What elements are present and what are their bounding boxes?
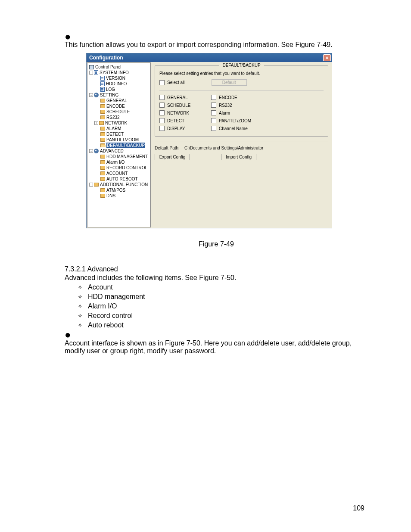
- check-alarm[interactable]: Alarm: [211, 110, 280, 115]
- sheet-icon: [100, 81, 105, 86]
- tree-alarm-io[interactable]: Alarm I/O: [88, 159, 149, 165]
- collapse-icon[interactable]: -: [89, 71, 93, 75]
- folder-icon: [100, 115, 105, 119]
- collapse-icon[interactable]: -: [89, 183, 93, 187]
- checkbox-icon: [211, 110, 216, 115]
- checkbox-icon: [211, 103, 216, 108]
- instruction-text: Please select setting entries that you w…: [159, 71, 324, 76]
- tree-system-info[interactable]: - SYSTEM INFO: [88, 70, 149, 75]
- tree-detect[interactable]: DETECT: [88, 131, 149, 137]
- folder-icon: [100, 110, 105, 114]
- tree-network[interactable]: +NETWORK: [88, 120, 149, 126]
- config-tree[interactable]: Control Panel - SYSTEM INFO VERSION HDD …: [87, 62, 151, 227]
- divider: [155, 141, 328, 141]
- folder-icon: [94, 183, 99, 187]
- tree-log[interactable]: LOG: [88, 87, 149, 92]
- checkbox-icon: [159, 110, 165, 115]
- tree-hdd-mgmt[interactable]: HDD MANAGEMENT: [88, 154, 149, 159]
- close-icon[interactable]: ×: [323, 54, 331, 61]
- folder-icon: [100, 138, 105, 142]
- folder-icon: [100, 132, 105, 136]
- bullet-dot: ●: [65, 333, 368, 337]
- list-item: HDD management: [78, 292, 368, 302]
- tree-schedule[interactable]: SCHEDULE: [88, 109, 149, 115]
- checkbox-icon: [159, 118, 165, 123]
- tree-advanced[interactable]: - ADVANCED: [88, 148, 149, 154]
- collapse-icon[interactable]: -: [89, 149, 93, 153]
- check-detect[interactable]: DETECT: [159, 118, 211, 123]
- checkbox-icon: [159, 103, 165, 108]
- check-network[interactable]: NETWORK: [159, 110, 211, 115]
- group-legend: DEFAULT/BACKUP: [219, 63, 264, 68]
- folder-icon: [100, 177, 105, 181]
- gear-icon: [94, 93, 99, 97]
- tree-setting[interactable]: - SETTING: [88, 92, 149, 98]
- checkbox-icon: [211, 126, 216, 131]
- default-path-row: Default Path: C:\Documents and Settings\…: [155, 146, 328, 150]
- gear-icon: [94, 149, 99, 153]
- tree-record-control[interactable]: RECORD CONTROL: [88, 165, 149, 171]
- figure-caption: Figure 7-49: [65, 240, 368, 248]
- default-button[interactable]: Default: [212, 79, 247, 86]
- collapse-icon[interactable]: -: [89, 93, 93, 97]
- import-config-button[interactable]: Import Config: [221, 154, 256, 160]
- select-all-label: Select all: [167, 80, 185, 85]
- tree-dns[interactable]: DNS: [88, 193, 149, 199]
- tree-default-backup[interactable]: DEFAULT/BACKUP: [88, 143, 149, 148]
- sheet-icon: [100, 76, 105, 81]
- tree-ptz[interactable]: PAN/TILT/ZOOM: [88, 137, 149, 143]
- tree-general[interactable]: GENERAL: [88, 98, 149, 103]
- folder-open-icon: [100, 143, 105, 147]
- check-encode[interactable]: ENCODE: [211, 95, 280, 100]
- checkbox-icon: [211, 118, 216, 123]
- checkbox-icon: [159, 95, 165, 100]
- divider: [159, 90, 324, 90]
- check-display[interactable]: DISPLAY: [159, 126, 211, 131]
- select-all-checkbox[interactable]: Select all: [159, 80, 185, 85]
- folder-icon: [100, 160, 105, 164]
- list-item: Alarm I/O: [78, 302, 368, 311]
- folder-icon: [100, 188, 105, 192]
- check-channel-name[interactable]: Channel Name: [211, 126, 280, 131]
- check-schedule[interactable]: SCHEDULE: [159, 103, 211, 108]
- configuration-window: Configuration × Control Panel - SYSTEM I…: [86, 53, 332, 228]
- checkbox-icon: [159, 80, 165, 85]
- tree-alarm[interactable]: ALARM: [88, 126, 149, 131]
- check-rs232[interactable]: RS232: [211, 103, 280, 108]
- section-heading-advanced: 7.3.2.1 Advanced: [65, 265, 368, 273]
- bullet-dot: ●: [65, 34, 71, 39]
- tree-account[interactable]: ACCOUNT: [88, 171, 149, 176]
- check-general[interactable]: GENERAL: [159, 95, 211, 100]
- page-number: 109: [353, 504, 364, 512]
- figure-7-49: Configuration × Control Panel - SYSTEM I…: [86, 53, 368, 228]
- sheet-icon: [100, 87, 105, 92]
- list-item: Account: [78, 283, 368, 292]
- folder-icon: [100, 127, 105, 131]
- tree-hdd-info[interactable]: HDD INFO: [88, 81, 149, 87]
- tree-rs232[interactable]: RS232: [88, 115, 149, 120]
- expand-icon[interactable]: +: [94, 121, 98, 125]
- checkbox-icon: [211, 95, 216, 100]
- list-item: Record control: [78, 311, 368, 320]
- tree-root[interactable]: Control Panel: [88, 64, 149, 70]
- folder-icon: [100, 194, 105, 198]
- monitor-icon: [89, 65, 94, 69]
- list-item: Auto reboot: [78, 320, 368, 330]
- export-config-button[interactable]: Export Config: [155, 154, 190, 160]
- path-value: C:\Documents and Settings\Administrator: [184, 146, 263, 150]
- checkbox-icon: [159, 126, 165, 131]
- folder-icon: [100, 166, 105, 170]
- tree-additional-function[interactable]: - ADDTIONAL FUNCTION: [88, 182, 149, 187]
- account-paragraph: Account interface is shown as in Figure …: [65, 339, 368, 355]
- tree-atm-pos[interactable]: ATM/POS: [88, 187, 149, 193]
- window-titlebar[interactable]: Configuration ×: [87, 53, 332, 62]
- window-title: Configuration: [89, 55, 123, 61]
- tree-auto-reboot[interactable]: AUTO REBOOT: [88, 176, 149, 182]
- folder-icon: [100, 155, 105, 159]
- tree-encode[interactable]: ENCODE: [88, 103, 149, 109]
- check-ptz[interactable]: PAN/TILT/ZOOM: [211, 118, 280, 123]
- folder-icon: [99, 121, 104, 125]
- intro-text: This function allows you to export or im…: [65, 40, 368, 50]
- tree-version[interactable]: VERSION: [88, 75, 149, 81]
- advanced-items-list: Account HDD management Alarm I/O Record …: [65, 283, 368, 330]
